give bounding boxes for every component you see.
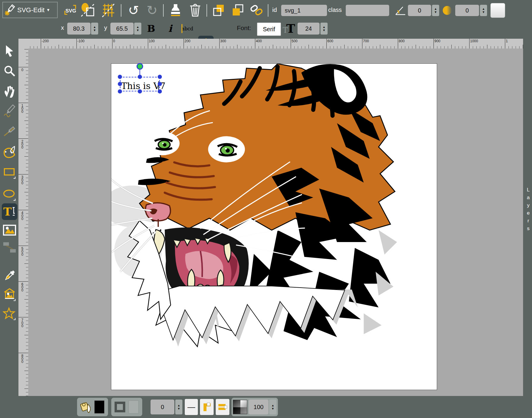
y-spinner[interactable]: ▲ ▼ [134, 23, 141, 35]
italic-button[interactable]: i [164, 22, 176, 35]
move-to-top-button[interactable] [230, 2, 245, 18]
svg-edit-logo-icon [5, 4, 15, 16]
move-to-bottom-button[interactable] [211, 2, 226, 18]
tool-image[interactable] [3, 223, 16, 237]
tool-text[interactable]: T [3, 205, 16, 219]
class-label: class [328, 7, 342, 13]
tool-pencil[interactable] [3, 104, 16, 118]
id-input[interactable]: svg_1 [281, 5, 327, 16]
grid-button[interactable] [100, 2, 117, 18]
tool-shape-library[interactable] [3, 288, 16, 301]
spin-up-icon[interactable]: ▲ [177, 404, 180, 407]
ruler-label: 1000 [470, 39, 478, 43]
spin-down-icon[interactable]: ▼ [136, 29, 139, 32]
ruler-label: 600 [20, 282, 24, 291]
tool-pan[interactable] [3, 84, 16, 98]
select-arrow-icon [4, 45, 15, 57]
selection-handle-n[interactable] [138, 75, 142, 79]
layers-panel-label: Layers [525, 187, 531, 233]
selection-handle-nw[interactable] [118, 75, 122, 79]
y-value: 65.5 [116, 25, 128, 32]
delete-button[interactable] [187, 2, 203, 18]
font-family-value: Serif [263, 26, 275, 33]
blur-spinner[interactable]: ▲ ▼ [480, 5, 487, 16]
opacity-spinner[interactable]: ▲ ▼ [269, 400, 276, 414]
spin-up-icon[interactable]: ▲ [323, 25, 326, 29]
id-value: svg_1 [285, 7, 301, 14]
ruler-label: 200 [20, 139, 24, 148]
tool-eyedropper[interactable] [3, 269, 16, 283]
spin-up-icon[interactable]: ▲ [136, 25, 139, 29]
angle-spinner[interactable]: ▲ ▼ [432, 5, 439, 16]
selection-handle-sw[interactable] [118, 89, 122, 93]
opacity-input[interactable]: 100 [249, 400, 268, 414]
fill-color-swatch[interactable] [94, 400, 104, 414]
ruler-major-tick [184, 39, 184, 49]
stroke-width-input[interactable]: 0 [151, 400, 174, 414]
blur-input[interactable]: 0 [455, 5, 479, 16]
bold-label: B [147, 23, 155, 34]
main-menu-button[interactable]: SVG-Edit ▼ [2, 2, 58, 18]
x-spinner[interactable]: ▲ ▼ [91, 23, 98, 35]
make-link-button[interactable] [249, 2, 264, 18]
tool-zoom[interactable] [3, 64, 16, 78]
paint-bucket-icon [79, 400, 92, 414]
tool-select[interactable] [3, 44, 16, 58]
id-label: id [272, 7, 277, 13]
text-anchor-start-button[interactable]: abcd [180, 21, 195, 36]
opacity-gradient-icon[interactable] [233, 400, 247, 414]
ruler-label: 0 [113, 39, 115, 43]
selection-handle-s[interactable] [138, 89, 142, 93]
spin-down-icon[interactable]: ▼ [271, 407, 274, 410]
stroke-width-spinner[interactable]: ▲ ▼ [175, 400, 182, 414]
ruler-label: 800 [20, 354, 24, 363]
ruler-major-tick [18, 103, 28, 103]
selection-handle-e[interactable] [158, 82, 162, 86]
class-input[interactable] [346, 5, 389, 16]
spin-up-icon[interactable]: ▲ [434, 7, 437, 10]
spin-down-icon[interactable]: ▼ [434, 10, 437, 14]
tool-star[interactable] [3, 307, 16, 321]
selection-handle-ne[interactable] [158, 75, 162, 79]
tool-rectangle[interactable] [3, 166, 16, 180]
stroke-dash-button[interactable]: — [185, 399, 198, 415]
eyedropper-icon [3, 269, 16, 283]
tool-line[interactable] [3, 125, 16, 138]
blur-value: 0 [465, 7, 469, 14]
y-input[interactable]: 65.5 [110, 23, 134, 35]
redo-button[interactable]: ↻ [145, 2, 159, 18]
background-color-swatch[interactable] [490, 3, 505, 18]
spin-up-icon[interactable]: ▲ [93, 25, 96, 29]
font-family-button[interactable]: Serif [257, 23, 281, 36]
angle-input[interactable]: 0 [408, 5, 431, 16]
spin-down-icon[interactable]: ▼ [177, 407, 180, 410]
rotation-handle[interactable] [137, 63, 143, 70]
stroke-color-swatch[interactable] [129, 400, 139, 414]
stroke-linejoin-button[interactable] [200, 399, 214, 415]
zoom-icon [3, 65, 16, 77]
tool-connector[interactable] [3, 241, 16, 254]
selection-handle-se[interactable] [158, 89, 162, 93]
spin-up-icon[interactable]: ▲ [482, 7, 485, 10]
connector-icon [3, 241, 16, 254]
font-size-icon: T T [283, 21, 296, 36]
clone-button[interactable] [168, 2, 183, 18]
spin-down-icon[interactable]: ▼ [93, 29, 96, 32]
font-size-input[interactable]: 24 [298, 23, 320, 35]
layers-panel-tab[interactable]: Layers [523, 39, 532, 396]
spin-up-icon[interactable]: ▲ [271, 404, 274, 407]
selection-handle-w[interactable] [118, 82, 122, 86]
undo-button[interactable]: ↺ [126, 2, 141, 18]
svg-canvas[interactable] [111, 63, 437, 390]
link-icon [249, 3, 264, 17]
font-size-spinner[interactable]: ▲ ▼ [320, 23, 328, 35]
tool-ellipse[interactable] [3, 188, 16, 202]
source-editor-button[interactable]: SVG [63, 3, 77, 17]
spin-down-icon[interactable]: ▼ [323, 29, 326, 32]
bold-button[interactable]: B [145, 22, 157, 35]
spin-down-icon[interactable]: ▼ [482, 10, 485, 14]
tool-path[interactable] [3, 145, 16, 158]
x-input[interactable]: 80.3 [67, 23, 90, 35]
wireframe-mode-button[interactable] [80, 2, 96, 18]
stroke-linecap-button[interactable] [216, 399, 229, 415]
